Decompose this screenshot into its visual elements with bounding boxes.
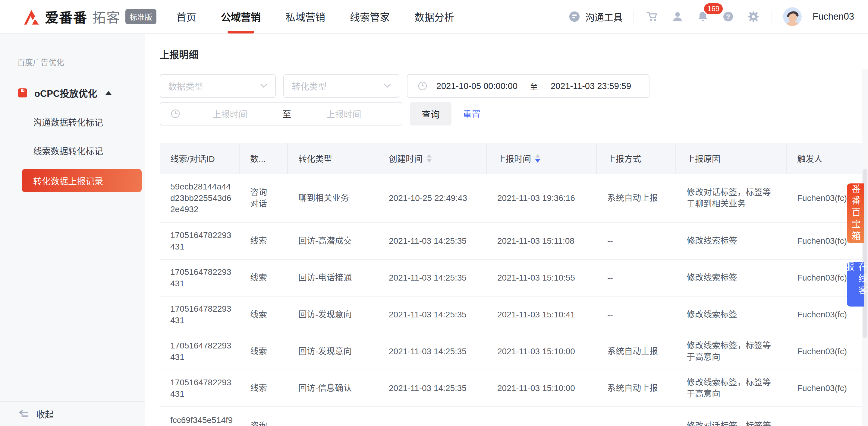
sort-icons[interactable] [535, 154, 540, 163]
main-content: 上报明细 数据类型 转化类型 [145, 34, 868, 426]
sidebar: 百度广告优化 oCPC投放优化 沟通数据转化标记 线索数据转化标记 转化数据上报… [0, 34, 145, 426]
cell-create-time: 2021-11-03 14:25:35 [378, 235, 487, 247]
user-icon [672, 10, 684, 23]
chat-tool-button[interactable]: 沟通工具 [568, 10, 623, 24]
table-row[interactable]: 1705164782293431 线索 回访-信息确认 2021-11-03 1… [160, 370, 868, 407]
account-button[interactable] [670, 9, 685, 24]
username-label[interactable]: Fuchen03 [812, 11, 854, 22]
top-bar: 爱番番 拓客 标准版 首页 公域营销 私域营销 线索管家 数据分析 沟通工具 [0, 0, 868, 34]
cell-conversion-type: 回访-信息确认 [288, 382, 378, 394]
cell-data-type: 线索 [240, 382, 288, 394]
table-row[interactable]: 1705164782293431 线索 回访-发现意向 2021-11-03 1… [160, 333, 868, 370]
toolbar-divider [772, 10, 772, 23]
collapse-label: 收起 [36, 407, 54, 420]
query-button[interactable]: 查询 [410, 102, 452, 125]
cell-data-type: 咨询对话 [240, 187, 288, 210]
nav-item-data-analysis[interactable]: 数据分析 [414, 0, 454, 33]
table-column-header[interactable]: 上报方式 [597, 143, 676, 174]
cell-lead-id: 1705164782293431 [160, 340, 240, 363]
table-row[interactable]: 1705164782293431 线索 回访-发现意向 2021-11-03 1… [160, 296, 868, 333]
chat-tool-label: 沟通工具 [585, 10, 623, 24]
cell-report-method: -- [597, 272, 676, 284]
nav-item-public-marketing[interactable]: 公域营销 [221, 0, 261, 33]
toolbox-float-tab[interactable]: 番番百宝箱 [847, 183, 864, 243]
range-end-value[interactable]: 2021-11-03 23:59:59 [541, 81, 641, 91]
table-column-header[interactable]: 上报时间 [487, 143, 597, 174]
table-row[interactable]: 59ecb28144a44d23bb225543d62e4932 咨询对话 聊到… [160, 174, 868, 223]
sort-desc-icon[interactable] [427, 159, 432, 163]
range-separator: 至 [530, 80, 538, 92]
sidebar-item-lead-conversion-mark[interactable]: 线索数据转化标记 [33, 136, 145, 165]
table-row[interactable]: fcc69f345e514f9a97e08000000000 咨询对话 聊到相关… [160, 407, 868, 426]
chevron-down-icon [384, 84, 391, 88]
table-row[interactable]: 1705164782293431 线索 回访-电话接通 2021-11-03 1… [160, 260, 868, 296]
cell-report-reason: 修改线索标签 [676, 309, 786, 320]
sidebar-item-conversion-report-log[interactable]: 转化数据上报记录 [22, 169, 142, 192]
question-icon: ? [722, 10, 734, 23]
cell-create-time: 2021-11-03 14:25:35 [378, 309, 487, 320]
cell-trigger-user: Fuchen03(fc) [786, 309, 868, 320]
table-column-header[interactable]: 创建时间 [378, 143, 487, 174]
collapse-sidebar-button[interactable]: 收起 [0, 401, 145, 426]
cell-report-time: 2021-11-03 15:10:41 [487, 309, 597, 320]
cell-lead-id: 1705164782293431 [160, 230, 240, 253]
nav-item-home[interactable]: 首页 [176, 0, 196, 33]
cart-button[interactable] [645, 9, 659, 24]
avatar[interactable] [783, 7, 802, 26]
report-time-range-picker[interactable]: 上报时间 至 上报时间 [160, 102, 402, 125]
brand-product: 拓客 [92, 7, 121, 27]
nav-item-lead-manager[interactable]: 线索管家 [350, 0, 390, 33]
cell-trigger-user: Fuchen03(fc) [786, 346, 868, 357]
column-label: 上报时间 [497, 152, 531, 164]
column-label: 线索/对话ID [170, 152, 215, 164]
cell-data-type: 线索 [240, 235, 288, 247]
sort-icons[interactable] [427, 154, 432, 163]
online-service-float-tab[interactable]: 在线客服 [847, 262, 864, 307]
cell-report-time: 2021-11-03 15:11:08 [487, 235, 597, 247]
table-column-header[interactable]: 上报原因 [676, 143, 786, 174]
notifications-button[interactable]: 169 [695, 9, 710, 24]
cell-create-time: 2021-10-25 22:49:43 [378, 193, 487, 204]
nav-item-private-marketing[interactable]: 私域营销 [285, 0, 325, 33]
table-column-header[interactable]: 线索/对话ID [160, 143, 240, 174]
cell-create-time: 2021-11-03 14:25:35 [378, 346, 487, 357]
edition-badge: 标准版 [125, 9, 156, 24]
sidebar-group-label: oCPC投放优化 [34, 86, 97, 100]
report-start-placeholder[interactable]: 上报时间 [180, 107, 279, 120]
cell-lead-id: 1705164782293431 [160, 377, 240, 400]
conversion-type-select[interactable]: 转化类型 [283, 74, 399, 98]
clock-icon [170, 109, 180, 119]
data-type-select[interactable]: 数据类型 [160, 74, 276, 98]
table-column-header[interactable]: 转化类型 [288, 143, 378, 174]
report-end-placeholder[interactable]: 上报时间 [294, 107, 393, 120]
table-row[interactable]: 1705164782293431 线索 回访-高潜成交 2021-11-03 1… [160, 223, 868, 260]
create-time-range-picker[interactable]: 2021-10-05 00:00:00 至 2021-11-03 23:59:5… [407, 74, 650, 98]
sidebar-group-ocpc[interactable]: oCPC投放优化 [18, 86, 145, 100]
brand-logo[interactable]: 爱番番 拓客 标准版 [23, 7, 156, 27]
settings-button[interactable] [746, 9, 761, 24]
gear-icon [747, 10, 760, 23]
table-column-header[interactable]: 触发人 [786, 143, 868, 174]
cell-lead-id: 1705164782293431 [160, 266, 240, 289]
sort-asc-icon[interactable] [535, 154, 540, 158]
scrollbar-track[interactable] [862, 69, 868, 426]
sort-desc-icon[interactable] [535, 159, 540, 163]
sort-asc-icon[interactable] [427, 154, 432, 158]
cell-conversion-type: 回访-高潜成交 [288, 235, 378, 247]
cell-trigger-user: Fuchen03(fc) [786, 382, 868, 394]
cell-report-method: -- [597, 309, 676, 320]
save-icon [18, 88, 27, 97]
table-column-header[interactable]: 数... [240, 143, 288, 174]
sidebar-item-chat-conversion-mark[interactable]: 沟通数据转化标记 [33, 107, 145, 136]
range-start-value[interactable]: 2021-10-05 00:00:00 [427, 81, 527, 91]
page-title: 上报明细 [160, 47, 868, 61]
svg-text:?: ? [726, 13, 730, 21]
column-label: 创建时间 [389, 152, 423, 164]
help-button[interactable]: ? [721, 9, 735, 24]
cell-lead-id: 59ecb28144a44d23bb225543d62e4932 [160, 181, 240, 215]
column-label: 上报原因 [687, 152, 720, 164]
cell-report-method: 系统自动上报 [597, 346, 676, 357]
chevron-up-icon [105, 91, 112, 95]
reset-link[interactable]: 重置 [463, 107, 481, 120]
collapse-icon [18, 410, 29, 418]
